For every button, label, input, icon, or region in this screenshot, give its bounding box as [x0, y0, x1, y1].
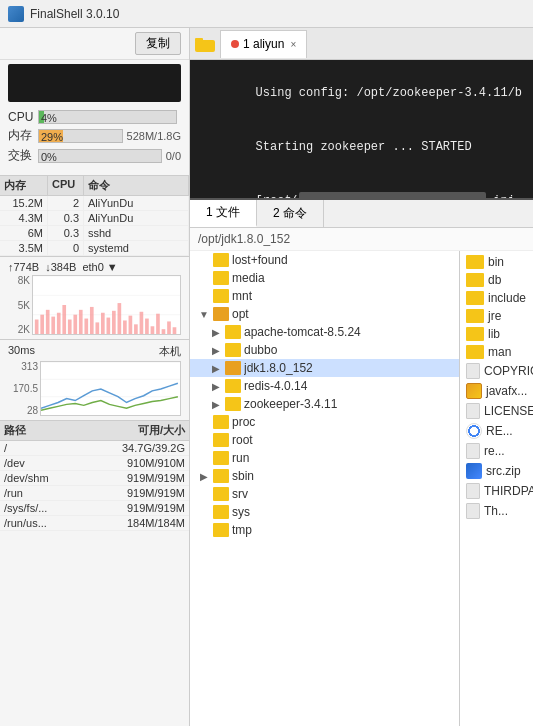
list-item[interactable]: ▶ apache-tomcat-8.5.24: [190, 323, 459, 341]
list-item[interactable]: root: [190, 431, 459, 449]
tab-commands[interactable]: 2 命令: [257, 200, 324, 227]
list-item[interactable]: bin: [462, 253, 531, 271]
list-item[interactable]: tmp: [190, 521, 459, 539]
table-row[interactable]: 4.3M 0.3 AliYunDu: [0, 211, 189, 226]
file-tree: lost+found media mnt ▼: [190, 251, 460, 726]
proc-mem: 6M: [0, 226, 48, 240]
tab-close-icon[interactable]: ×: [290, 39, 296, 50]
upload-label: ↑774B: [8, 261, 39, 273]
file-icon: [466, 503, 480, 519]
file-name: dubbo: [244, 343, 455, 357]
cpu-bar-container: 4%: [38, 110, 177, 124]
mem-bar-container: 29%: [38, 129, 123, 143]
list-item[interactable]: /dev/shm 919M/919M: [0, 471, 189, 486]
swap-label: 交换: [8, 147, 34, 164]
network-chart-header: ↑774B ↓384B eth0 ▼: [8, 261, 181, 273]
svg-rect-14: [95, 322, 99, 334]
proc-mem: 15.2M: [0, 196, 48, 210]
disk-path: /run: [0, 486, 60, 500]
folder-icon: [213, 271, 229, 285]
svg-rect-7: [57, 313, 61, 334]
list-item[interactable]: db: [462, 271, 531, 289]
process-table: 内存 CPU 命令 15.2M 2 AliYunDu 4.3M 0.3 AliY…: [0, 175, 189, 256]
list-item[interactable]: /dev 910M/910M: [0, 456, 189, 471]
file-name: media: [232, 271, 455, 285]
disk-path: /sys/fs/...: [0, 501, 60, 515]
tab-aliyun[interactable]: 1 aliyun ×: [220, 30, 307, 58]
list-item[interactable]: include: [462, 289, 531, 307]
mem-label: 内存: [8, 127, 34, 144]
folder-icon: [213, 433, 229, 447]
file-name: sys: [232, 505, 455, 519]
disk-path: /dev/shm: [0, 471, 60, 485]
list-item[interactable]: /sys/fs/... 919M/919M: [0, 501, 189, 516]
proc-header-cpu: CPU: [48, 176, 84, 195]
list-item[interactable]: ▶ sbin: [190, 467, 459, 485]
terminal-line-1: Using config: /opt/zookeeper-3.4.11/b: [198, 66, 525, 120]
list-item[interactable]: src.zip: [462, 461, 531, 481]
file-name: javafx...: [486, 384, 527, 398]
network-section: ↑774B ↓384B eth0 ▼ 8K 5K 2K: [0, 256, 189, 339]
list-item[interactable]: ▼ opt: [190, 305, 459, 323]
file-name: apache-tomcat-8.5.24: [244, 325, 455, 339]
disk-path: /run/us...: [0, 516, 60, 530]
tab-bar: 1 aliyun ×: [190, 28, 533, 60]
list-item[interactable]: / 34.7G/39.2G: [0, 441, 189, 456]
list-item[interactable]: LICENSE: [462, 401, 531, 421]
folder-icon: [466, 255, 484, 269]
list-item[interactable]: ▶ dubbo: [190, 341, 459, 359]
list-item[interactable]: RE...: [462, 421, 531, 441]
left-panel: 复制 CPU 4% 内存 29% 528M/1.8G: [0, 28, 190, 726]
folder-icon: [213, 415, 229, 429]
disk-size: 34.7G/39.2G: [60, 441, 189, 455]
net-y-5k: 5K: [8, 300, 30, 311]
exe-icon: [466, 463, 482, 479]
list-item[interactable]: srv: [190, 485, 459, 503]
file-name: run: [232, 451, 455, 465]
jar-icon: [466, 383, 482, 399]
copy-button[interactable]: 复制: [135, 32, 181, 55]
list-item[interactable]: mnt: [190, 287, 459, 305]
list-item[interactable]: ▶ jdk1.8.0_152: [190, 359, 459, 377]
terminal[interactable]: Using config: /opt/zookeeper-3.4.11/b St…: [190, 60, 533, 200]
list-item[interactable]: run: [190, 449, 459, 467]
table-row[interactable]: 3.5M 0 systemd: [0, 241, 189, 256]
folder-icon: [225, 379, 241, 393]
folder-icon: [225, 325, 241, 339]
table-row[interactable]: 6M 0.3 sshd: [0, 226, 189, 241]
file-name: man: [488, 345, 511, 359]
list-item[interactable]: man: [462, 343, 531, 361]
download-label: ↓384B: [45, 261, 76, 273]
svg-rect-8: [62, 305, 66, 334]
expander-icon: ▶: [210, 399, 222, 410]
list-item[interactable]: jre: [462, 307, 531, 325]
list-item[interactable]: ▶ zookeeper-3.4.11: [190, 395, 459, 413]
list-item[interactable]: ▶ redis-4.0.14: [190, 377, 459, 395]
list-item[interactable]: media: [190, 269, 459, 287]
list-item[interactable]: /run/us... 184M/184M: [0, 516, 189, 531]
folder-icon: [466, 345, 484, 359]
list-item[interactable]: /run 919M/919M: [0, 486, 189, 501]
folder-icon: [466, 309, 484, 323]
title-bar: FinalShell 3.0.10: [0, 0, 533, 28]
list-item[interactable]: COPYRIGHT: [462, 361, 531, 381]
file-name: bin: [488, 255, 504, 269]
disk-size: 184M/184M: [60, 516, 189, 530]
list-item[interactable]: re...: [462, 441, 531, 461]
table-row[interactable]: 15.2M 2 AliYunDu: [0, 196, 189, 211]
file-name: LICENSE: [484, 404, 533, 418]
file-name: COPYRIGHT: [484, 364, 533, 378]
list-item[interactable]: THIRDPAR...: [462, 481, 531, 501]
file-tabs: 1 文件 2 命令: [190, 200, 533, 228]
list-item[interactable]: javafx...: [462, 381, 531, 401]
list-item[interactable]: sys: [190, 503, 459, 521]
list-item[interactable]: lib: [462, 325, 531, 343]
svg-rect-23: [145, 319, 149, 334]
expander-icon: ▶: [210, 345, 222, 356]
list-item[interactable]: proc: [190, 413, 459, 431]
tab-files[interactable]: 1 文件: [190, 200, 257, 227]
list-item[interactable]: Th...: [462, 501, 531, 521]
ping-local-label: 本机: [159, 344, 181, 359]
list-item[interactable]: lost+found: [190, 251, 459, 269]
connection-name-blurred: [8, 64, 181, 102]
